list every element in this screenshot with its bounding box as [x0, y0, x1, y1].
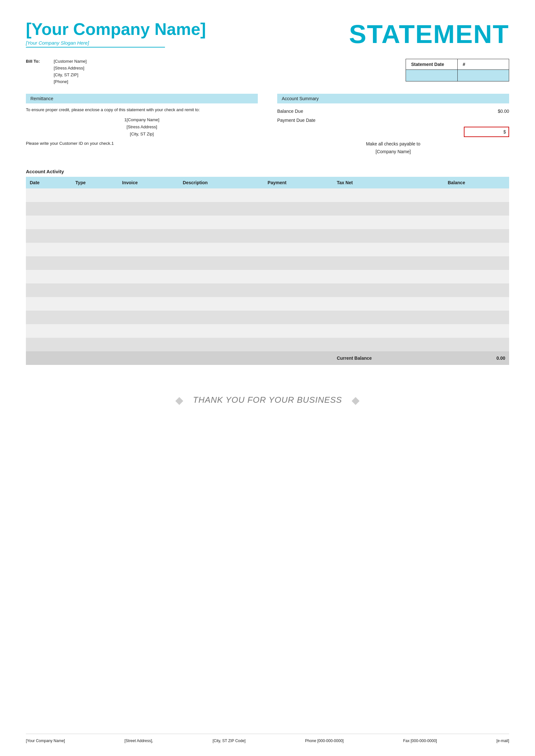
checks-payable-line2: [Company Name]: [277, 148, 509, 156]
remittance-text: To ensure proper credit, please enclose …: [26, 107, 258, 113]
activity-table: Date Type Invoice Description Payment Ta…: [26, 177, 509, 365]
balance-due-value: $0.00: [498, 109, 509, 114]
table-cell: [118, 324, 179, 338]
payment-due-input[interactable]: $: [464, 127, 509, 137]
table-cell: [179, 256, 264, 270]
table-cell: [26, 270, 71, 284]
table-cell: [333, 284, 444, 297]
table-cell: [118, 310, 179, 324]
empty-cell: [118, 351, 179, 365]
table-cell: [26, 310, 71, 324]
table-cell: [118, 229, 179, 243]
table-cell: [118, 297, 179, 310]
table-cell: [26, 284, 71, 297]
table-cell: [444, 270, 509, 284]
table-cell: [118, 202, 179, 216]
table-header-row: Date Type Invoice Description Payment Ta…: [26, 177, 509, 188]
table-cell: [71, 338, 118, 351]
table-cell: [264, 338, 333, 351]
table-cell: [333, 229, 444, 243]
table-row: [26, 297, 509, 310]
bill-to-block: Bill To: [Customer Name] [Stress Address…: [26, 59, 87, 84]
company-name: [Your Company Name]: [26, 19, 206, 39]
table-cell: [444, 324, 509, 338]
table-cell: [179, 216, 264, 229]
table-row: [26, 270, 509, 284]
table-cell: [264, 324, 333, 338]
footer-company-name: [Your Company Name]: [26, 739, 65, 743]
table-cell: [179, 338, 264, 351]
table-cell: [179, 297, 264, 310]
table-cell: [333, 243, 444, 256]
footer-street-address: [Street Address],: [125, 739, 153, 743]
table-row: [26, 310, 509, 324]
table-row: [26, 202, 509, 216]
table-cell: [179, 310, 264, 324]
thank-you-section: ◆ THANK YOU FOR YOUR BUSINESS ◆: [26, 384, 509, 416]
table-cell: [179, 229, 264, 243]
footer-phone: Phone [000-000-0000]: [305, 739, 344, 743]
customer-name: [Customer Name]: [54, 59, 87, 64]
activity-title: Account Activity: [26, 169, 509, 174]
table-cell: [264, 270, 333, 284]
table-cell: [333, 338, 444, 351]
table-cell: [444, 229, 509, 243]
table-cell: [264, 243, 333, 256]
current-balance-label: Current Balance: [333, 351, 444, 365]
table-cell: [179, 270, 264, 284]
table-cell: [333, 256, 444, 270]
table-cell: [264, 216, 333, 229]
col-balance: Balance: [444, 177, 509, 188]
table-cell: [264, 256, 333, 270]
footer: [Your Company Name] [Street Address], [C…: [26, 734, 509, 743]
checks-payable-line1: Make all checks payable to: [277, 140, 509, 148]
table-cell: [71, 202, 118, 216]
bill-to-city: [City, ST ZIP]: [54, 72, 87, 77]
table-cell: [118, 284, 179, 297]
payment-due-label: Payment Due Date: [277, 118, 315, 123]
remittance-header: Remittance: [26, 94, 258, 103]
remittance-address: 1[Company Name] [Stress Address] [City, …: [26, 116, 258, 138]
payment-due-dollar: $: [503, 129, 506, 134]
table-cell: [333, 310, 444, 324]
statement-date-col1-value: [406, 70, 458, 81]
table-cell: [26, 256, 71, 270]
table-cell: [333, 216, 444, 229]
table-cell: [444, 202, 509, 216]
table-cell: [71, 270, 118, 284]
table-cell: [444, 338, 509, 351]
table-cell: [71, 284, 118, 297]
remittance-line2: [Stress Address]: [26, 123, 258, 131]
table-row: [26, 229, 509, 243]
bill-to-label: Bill To:: [26, 59, 48, 64]
current-balance-row: Current Balance0.00: [26, 351, 509, 365]
remittance-block: Remittance To ensure proper credit, plea…: [26, 94, 258, 156]
footer-fax: Fax [000-000-0000]: [403, 739, 437, 743]
header-row: [Your Company Name] [Your Company Slogan…: [26, 19, 509, 49]
table-cell: [26, 188, 71, 202]
table-cell: [179, 202, 264, 216]
bill-to-address: [Stress Address] [City, ST ZIP] [Phone]: [54, 66, 87, 84]
info-row: Bill To: [Customer Name] [Stress Address…: [26, 59, 509, 84]
statement-date-block: Statement Date #: [406, 59, 509, 84]
table-cell: [333, 270, 444, 284]
balance-due-label: Balance Due: [277, 109, 303, 114]
table-row: [26, 284, 509, 297]
balance-due-row: Balance Due $0.00: [277, 107, 509, 116]
table-row: [26, 338, 509, 351]
table-cell: [264, 297, 333, 310]
table-cell: [264, 284, 333, 297]
table-cell: [71, 297, 118, 310]
table-cell: [118, 188, 179, 202]
statement-date-col1-header: Statement Date: [406, 59, 458, 70]
table-cell: [333, 202, 444, 216]
checks-payable: Make all checks payable to [Company Name…: [277, 140, 509, 156]
table-cell: [444, 188, 509, 202]
table-row: [26, 216, 509, 229]
table-cell: [264, 188, 333, 202]
table-cell: [444, 256, 509, 270]
empty-cell: [264, 351, 333, 365]
page: [Your Company Name] [Your Company Slogan…: [0, 0, 535, 756]
table-cell: [333, 188, 444, 202]
empty-cell: [71, 351, 118, 365]
